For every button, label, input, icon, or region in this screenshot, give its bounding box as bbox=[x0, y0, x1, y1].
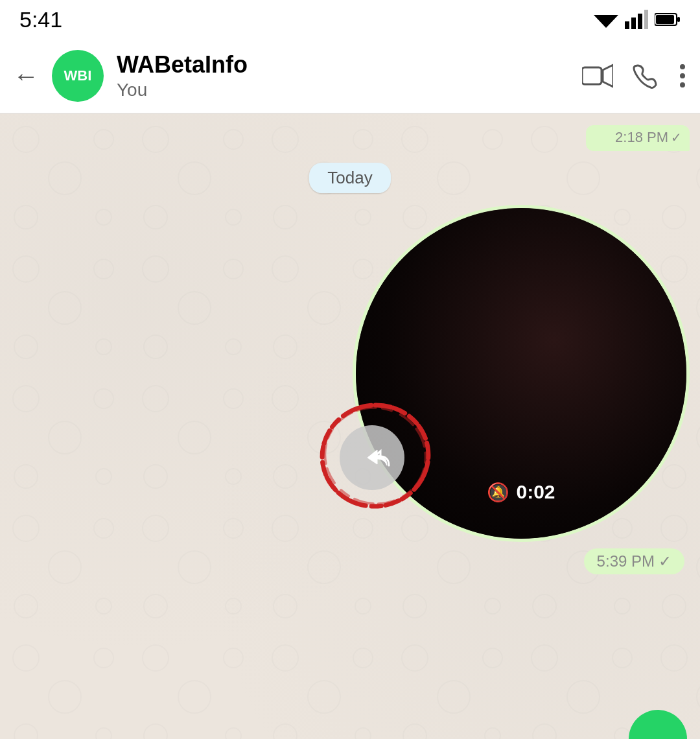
signal-icon bbox=[625, 10, 648, 29]
forward-button[interactable] bbox=[340, 425, 404, 490]
header-actions bbox=[582, 63, 687, 89]
svg-point-11 bbox=[680, 73, 685, 78]
contact-avatar[interactable]: WBI bbox=[52, 50, 104, 102]
back-button[interactable]: ← bbox=[13, 62, 39, 91]
contact-name: WABetaInfo bbox=[117, 51, 569, 78]
video-circle[interactable]: 🔕 0:02 bbox=[353, 205, 690, 542]
mute-icon: 🔕 bbox=[487, 482, 509, 503]
battery-icon bbox=[655, 12, 681, 27]
previous-message: 2:18 PM ✓ bbox=[10, 125, 690, 151]
video-message-time: 5:39 PM ✓ bbox=[584, 548, 684, 574]
svg-rect-2 bbox=[631, 18, 636, 29]
svg-rect-3 bbox=[638, 14, 642, 29]
status-icons bbox=[594, 10, 681, 29]
svg-rect-1 bbox=[625, 21, 629, 29]
message-bubble-previous: 2:18 PM ✓ bbox=[586, 125, 690, 151]
svg-marker-0 bbox=[594, 15, 618, 28]
chat-background: 2:18 PM ✓ Today 🔕 0:02 bbox=[0, 113, 700, 739]
contact-status: You bbox=[117, 80, 569, 100]
app-bar: ← WBI WABetaInfo You bbox=[0, 39, 700, 113]
svg-rect-7 bbox=[677, 17, 680, 22]
phone-icon[interactable] bbox=[633, 63, 659, 89]
video-call-icon[interactable] bbox=[582, 64, 613, 88]
message-check-previous: ✓ bbox=[671, 130, 682, 145]
date-separator: Today bbox=[10, 163, 690, 193]
chat-content: 2:18 PM ✓ Today 🔕 0:02 bbox=[0, 113, 700, 581]
svg-point-10 bbox=[680, 64, 685, 69]
contact-info: WABetaInfo You bbox=[117, 51, 569, 100]
video-time-text: 5:39 PM bbox=[597, 552, 655, 570]
svg-rect-4 bbox=[644, 10, 648, 29]
status-time: 5:41 bbox=[19, 7, 62, 32]
wifi-icon bbox=[594, 10, 618, 29]
forward-icon bbox=[355, 445, 390, 471]
message-time-previous: 2:18 PM ✓ bbox=[615, 129, 682, 146]
status-bar: 5:41 bbox=[0, 0, 700, 39]
video-circle-wrapper[interactable]: 🔕 0:02 bbox=[353, 205, 690, 542]
date-pill: Today bbox=[309, 163, 390, 193]
avatar-initials: WBI bbox=[64, 67, 92, 84]
svg-point-12 bbox=[680, 82, 685, 88]
video-duration: 0:02 bbox=[516, 481, 555, 503]
more-options-icon[interactable] bbox=[678, 63, 687, 89]
video-check-icon: ✓ bbox=[659, 552, 671, 570]
video-message-time-row: 5:39 PM ✓ bbox=[10, 548, 690, 574]
svg-rect-8 bbox=[582, 67, 601, 84]
svg-rect-6 bbox=[656, 15, 674, 24]
video-meta: 🔕 0:02 bbox=[487, 481, 555, 503]
svg-marker-9 bbox=[603, 65, 613, 87]
video-message-container: 🔕 0:02 bbox=[10, 205, 690, 542]
bottom-green-circle bbox=[629, 710, 687, 739]
